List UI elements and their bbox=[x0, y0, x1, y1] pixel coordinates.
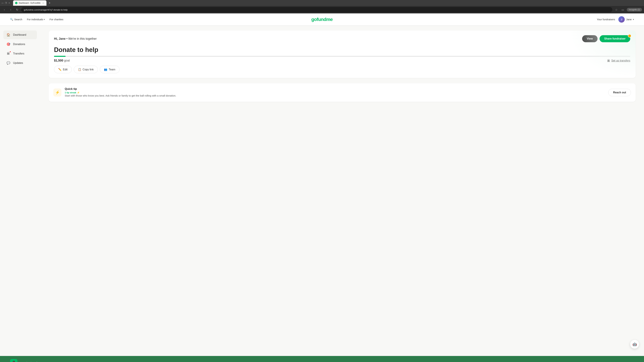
transfers-icon: 🏛 bbox=[6, 51, 11, 56]
for-charities-label: For charities bbox=[50, 18, 64, 21]
browser-chrome: — ❐ × G Dashboard - GoFundMe × + ‹ › ↻ ☆… bbox=[0, 0, 644, 13]
user-chevron-icon: ▾ bbox=[633, 18, 634, 21]
active-tab[interactable]: G Dashboard - GoFundMe × bbox=[13, 0, 46, 6]
address-bar: ‹ › ↻ ☆ ▭ Incognito (2) bbox=[0, 6, 644, 13]
tab-title: Dashboard - GoFundMe bbox=[19, 2, 40, 4]
bank-icon: 🏛 bbox=[607, 59, 610, 62]
address-input[interactable] bbox=[21, 7, 612, 12]
home-icon: 🏠 bbox=[6, 32, 11, 37]
user-menu[interactable]: J Jane ▾ bbox=[618, 16, 634, 23]
greeting-name: Hi, Jane bbox=[54, 37, 66, 40]
tip-title: Quick tip bbox=[65, 87, 605, 91]
sidebar-item-updates[interactable]: 💬 Updates bbox=[3, 59, 37, 67]
edit-icon: ✏️ bbox=[58, 68, 62, 71]
chat-fab-button[interactable]: 🤖 bbox=[630, 340, 639, 349]
download-label: Download our free app bbox=[20, 361, 46, 362]
tip-content: Quick tip 1 tip streak ⚡ Start with thos… bbox=[65, 87, 605, 98]
edit-label: Edit bbox=[63, 68, 68, 71]
app-icon: 📱 bbox=[10, 359, 18, 362]
tip-icon: ⚡ bbox=[53, 88, 62, 96]
incognito-button[interactable]: Incognito (2) bbox=[627, 8, 642, 11]
updates-icon: 💬 bbox=[6, 61, 11, 65]
search-label: Search bbox=[14, 18, 22, 21]
tab-bar: G Dashboard - GoFundMe × + bbox=[12, 0, 643, 6]
hero-top: Hi, Jane • We're in this together View S… bbox=[54, 35, 630, 42]
donations-icon: 🎯 bbox=[6, 42, 11, 46]
greeting-message: We're in this together bbox=[68, 37, 96, 40]
share-button-label: Share fundraiser bbox=[604, 37, 626, 40]
copy-icon: 📋 bbox=[78, 68, 81, 71]
close-button[interactable]: × bbox=[8, 2, 10, 4]
transfers-notif-dot bbox=[10, 51, 11, 53]
site-header: 🔍 Search For individuals ▾ For charities… bbox=[0, 13, 644, 25]
sidebar-updates-label: Updates bbox=[13, 61, 23, 64]
restore-button[interactable]: ❐ bbox=[5, 2, 7, 4]
fundraiser-title: Donate to help bbox=[54, 46, 630, 53]
sidebar-donations-label: Donations bbox=[13, 43, 25, 46]
sidebar-item-dashboard[interactable]: 🏠 Dashboard bbox=[3, 30, 37, 39]
sidebar-transfers-label: Transfers bbox=[13, 52, 24, 55]
tip-streak-label: 1 tip streak bbox=[65, 91, 76, 94]
hero-greeting: Hi, Jane • We're in this together bbox=[54, 37, 97, 40]
user-name: Jane bbox=[626, 18, 632, 21]
set-up-transfers-label: Set up transfers bbox=[611, 59, 630, 62]
team-label: Team bbox=[109, 68, 115, 71]
tab-close-button[interactable]: × bbox=[42, 2, 44, 4]
minimize-button[interactable]: — bbox=[1, 2, 4, 4]
share-badge bbox=[628, 34, 631, 37]
browser-titlebar: — ❐ × G Dashboard - GoFundMe × + bbox=[0, 0, 644, 6]
edit-button[interactable]: ✏️ Edit bbox=[54, 66, 72, 73]
goal-text: $1,500 goal bbox=[54, 59, 70, 62]
chevron-down-icon: ▾ bbox=[44, 18, 45, 21]
tip-body: Start with those who know you best. Ask … bbox=[65, 94, 605, 98]
reload-button[interactable]: ↻ bbox=[15, 7, 20, 12]
app-icon-symbol: 📱 bbox=[12, 361, 16, 362]
reach-out-button[interactable]: Reach out bbox=[608, 89, 631, 96]
bookmark-button[interactable]: ☆ bbox=[614, 7, 619, 12]
chat-icon: 🤖 bbox=[632, 342, 637, 347]
copy-link-label: Copy link bbox=[83, 68, 94, 71]
dashboard-hero: Hi, Jane • We're in this together View S… bbox=[49, 30, 636, 78]
sidebar-button[interactable]: ▭ bbox=[620, 7, 625, 12]
forward-button[interactable]: › bbox=[8, 7, 13, 12]
progress-bar-fill bbox=[54, 56, 66, 57]
logo[interactable]: gofundme bbox=[311, 17, 332, 22]
search-link[interactable]: 🔍 Search bbox=[10, 18, 22, 21]
sidebar-item-transfers[interactable]: 🏛 Transfers bbox=[3, 49, 37, 58]
team-button[interactable]: 👥 Team bbox=[100, 66, 120, 73]
for-individuals-label: For individuals bbox=[27, 18, 43, 21]
hero-actions: View Share fundraiser bbox=[582, 35, 630, 42]
quick-tip-bar: ⚡ Quick tip 1 tip streak ⚡ Start with th… bbox=[49, 83, 636, 102]
new-tab-button[interactable]: + bbox=[47, 1, 52, 5]
window-controls: — ❐ × bbox=[1, 2, 10, 4]
action-buttons: ✏️ Edit 📋 Copy link 👥 Team bbox=[54, 66, 630, 73]
copy-link-button[interactable]: 📋 Copy link bbox=[74, 66, 98, 73]
download-bar: 📱 Download our free app bbox=[0, 356, 644, 362]
your-fundraisers-link[interactable]: Your fundraisers bbox=[597, 18, 615, 21]
sidebar: 🏠 Dashboard 🎯 Donations 🏛 Transfers 💬 Up… bbox=[0, 25, 40, 356]
main-content: Hi, Jane • We're in this together View S… bbox=[40, 25, 644, 356]
for-individuals-link[interactable]: For individuals ▾ bbox=[27, 18, 45, 21]
share-fundraiser-button[interactable]: Share fundraiser bbox=[600, 35, 630, 42]
progress-bar bbox=[54, 56, 630, 57]
set-up-transfers-link[interactable]: 🏛 Set up transfers bbox=[607, 59, 630, 62]
header-left: 🔍 Search For individuals ▾ For charities bbox=[10, 18, 64, 21]
sidebar-item-donations[interactable]: 🎯 Donations bbox=[3, 40, 37, 49]
tip-streak-icon: ⚡ bbox=[77, 91, 80, 94]
search-icon: 🔍 bbox=[10, 18, 13, 21]
for-charities-link[interactable]: For charities bbox=[50, 18, 64, 21]
header-right: Your fundraisers J Jane ▾ bbox=[597, 16, 634, 23]
main-layout: 🏠 Dashboard 🎯 Donations 🏛 Transfers 💬 Up… bbox=[0, 25, 644, 356]
avatar: J bbox=[618, 16, 625, 23]
greeting-separator: • bbox=[66, 37, 68, 40]
back-button[interactable]: ‹ bbox=[2, 7, 7, 12]
goal-row: $1,500 goal 🏛 Set up transfers bbox=[54, 59, 630, 62]
goal-amount: $1,500 bbox=[54, 59, 63, 62]
website: 🔍 Search For individuals ▾ For charities… bbox=[0, 13, 644, 362]
logo-text: gofundme bbox=[311, 17, 332, 22]
tip-streak: 1 tip streak ⚡ bbox=[65, 91, 605, 94]
tab-favicon: G bbox=[15, 2, 18, 4]
view-button[interactable]: View bbox=[582, 35, 598, 42]
goal-label: goal bbox=[64, 59, 70, 62]
sidebar-dashboard-label: Dashboard bbox=[13, 33, 26, 36]
